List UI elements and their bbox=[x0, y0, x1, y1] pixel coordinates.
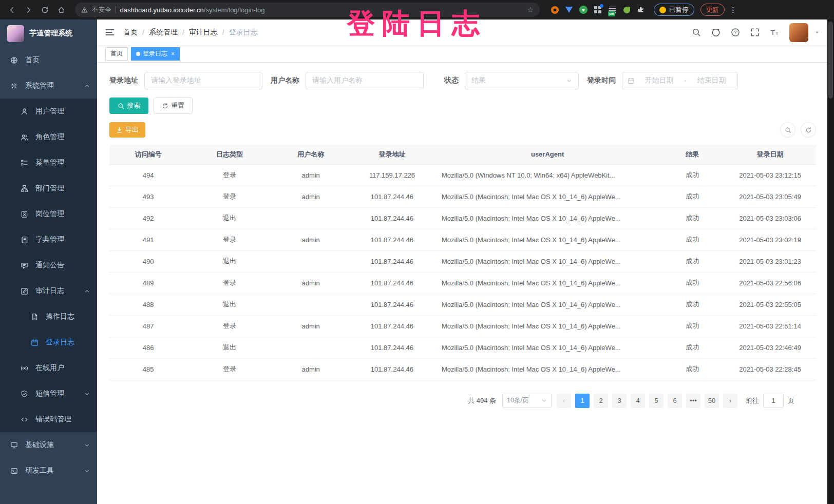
date-range-picker[interactable]: 开始日期 - 结束日期 bbox=[622, 72, 738, 89]
audit-icon bbox=[21, 287, 28, 295]
cell-type: 退出 bbox=[187, 250, 272, 272]
sidebar-item-tools[interactable]: 研发工具 bbox=[0, 458, 97, 483]
extension-diamond-icon[interactable] bbox=[564, 5, 574, 14]
table-row[interactable]: 485登录admin101.87.244.46Mozilla/5.0 (Maci… bbox=[109, 358, 816, 380]
help-icon[interactable]: ? bbox=[731, 28, 740, 37]
paused-extension-pill[interactable]: 已暂停 bbox=[654, 4, 694, 16]
fullscreen-icon[interactable] bbox=[750, 28, 760, 37]
url-text[interactable]: dashboard.yudao.iocoder.cn/system/log/lo… bbox=[120, 6, 265, 14]
page-button-5[interactable]: 5 bbox=[649, 394, 664, 408]
security-label[interactable]: 不安全 bbox=[92, 6, 111, 14]
sidebar-item-announce[interactable]: 通知公告 bbox=[0, 253, 97, 278]
cell-id: 489 bbox=[109, 272, 187, 294]
page-button-50[interactable]: 50 bbox=[705, 394, 719, 408]
refresh-table-button[interactable] bbox=[801, 122, 816, 138]
cell-ip: 101.87.244.46 bbox=[350, 294, 434, 315]
reset-button[interactable]: 重置 bbox=[154, 98, 193, 114]
sidebar-item-online[interactable]: 在线用户 bbox=[0, 355, 97, 381]
page-button-1[interactable]: 1 bbox=[575, 394, 590, 408]
page-button-6[interactable]: 6 bbox=[668, 394, 682, 408]
extension-puzzle-icon[interactable] bbox=[636, 5, 646, 14]
sidebar-item-label: 基础设施 bbox=[25, 440, 54, 450]
scrollbar-thumb[interactable] bbox=[828, 22, 833, 99]
sidebar-item-infra[interactable]: 基础设施 bbox=[0, 432, 97, 458]
tab-close-icon[interactable]: × bbox=[171, 50, 175, 57]
sidebar-item-menu[interactable]: 菜单管理 bbox=[0, 150, 97, 176]
breadcrumb-item[interactable]: 系统管理 bbox=[149, 28, 178, 37]
cell-result: 成功 bbox=[660, 186, 724, 207]
breadcrumb-item[interactable]: 首页 bbox=[123, 28, 138, 37]
avatar-caret-icon[interactable] bbox=[814, 30, 820, 35]
extension-leaf-icon[interactable] bbox=[622, 5, 631, 14]
next-page-button[interactable]: › bbox=[723, 394, 737, 408]
app-logo[interactable]: 芋道管理系统 bbox=[0, 20, 97, 47]
page-button-4[interactable]: 4 bbox=[631, 394, 645, 408]
table-row[interactable]: 491登录admin101.87.244.46Mozilla/5.0 (Maci… bbox=[109, 229, 816, 250]
table-row[interactable]: 494登录admin117.159.17.226Mozilla/5.0 (Win… bbox=[109, 164, 816, 186]
sidebar-item-badge[interactable]: 岗位管理 bbox=[0, 201, 97, 227]
breadcrumb-item[interactable]: 审计日志 bbox=[189, 28, 218, 37]
extension-green-circle-icon[interactable]: ♥ bbox=[579, 5, 588, 14]
goto-page-input[interactable]: 1 bbox=[763, 394, 784, 408]
sidebar-item-users[interactable]: 角色管理 bbox=[0, 124, 97, 150]
status-select[interactable]: 结果 bbox=[465, 72, 579, 89]
sidebar-item-dashboard[interactable]: 首页 bbox=[0, 47, 97, 73]
sidebar-item-user[interactable]: 用户管理 bbox=[0, 99, 97, 124]
page-button-2[interactable]: 2 bbox=[594, 394, 608, 408]
sidebar-item-label: 错误码管理 bbox=[35, 415, 71, 424]
table-row[interactable]: 487登录admin101.87.244.46Mozilla/5.0 (Maci… bbox=[109, 315, 816, 337]
cell-id: 493 bbox=[109, 186, 187, 207]
extension-orange-icon[interactable] bbox=[550, 5, 559, 14]
sidebar-item-gear[interactable]: 系统管理 bbox=[0, 73, 97, 99]
sidebar-item-sms[interactable]: 短信管理 bbox=[0, 381, 97, 406]
cell-ua: Mozilla/5.0 (Macintosh; Intel Mac OS X 1… bbox=[434, 294, 660, 315]
sidebar-item-calendar[interactable]: 登录日志 bbox=[0, 329, 97, 355]
search-icon[interactable] bbox=[692, 28, 701, 37]
end-date-placeholder[interactable]: 结束日期 bbox=[691, 76, 732, 85]
user-avatar[interactable] bbox=[789, 23, 808, 42]
tab-home[interactable]: 首页 bbox=[105, 47, 128, 61]
font-size-icon[interactable]: TT bbox=[770, 28, 779, 37]
cell-ip: 117.159.17.226 bbox=[350, 164, 434, 186]
table-row[interactable]: 486退出101.87.244.46Mozilla/5.0 (Macintosh… bbox=[109, 337, 816, 358]
back-icon bbox=[8, 6, 16, 14]
browser-menu-icon[interactable]: ⋮ bbox=[730, 6, 737, 14]
extension-grid-icon[interactable] bbox=[593, 5, 602, 14]
page-size-select[interactable]: 10条/页 bbox=[502, 394, 552, 408]
tab-login-log[interactable]: 登录日志× bbox=[131, 47, 180, 61]
table-row[interactable]: 488退出101.87.244.46Mozilla/5.0 (Macintosh… bbox=[109, 294, 816, 315]
browser-back-button[interactable] bbox=[5, 3, 18, 16]
hamburger-icon[interactable] bbox=[105, 27, 115, 37]
prev-page-button[interactable]: ‹ bbox=[557, 394, 571, 408]
insecure-warning-icon bbox=[81, 7, 88, 13]
sidebar-item-code[interactable]: 错误码管理 bbox=[0, 406, 97, 432]
sidebar-item-doc[interactable]: 操作日志 bbox=[0, 304, 97, 329]
export-button[interactable]: 导出 bbox=[109, 122, 145, 138]
table-row[interactable]: 490退出101.87.244.46Mozilla/5.0 (Macintosh… bbox=[109, 250, 816, 272]
cell-user: admin bbox=[272, 186, 349, 207]
page-scrollbar[interactable] bbox=[827, 20, 834, 504]
bookmark-star-icon[interactable]: ☆ bbox=[527, 6, 534, 14]
username-input[interactable]: 请输入用户名称 bbox=[306, 72, 424, 89]
table-row[interactable]: 489登录admin101.87.244.46Mozilla/5.0 (Maci… bbox=[109, 272, 816, 294]
search-button[interactable]: 搜索 bbox=[109, 98, 148, 114]
tags-view: 首页 登录日志× bbox=[97, 45, 827, 63]
sidebar-item-audit[interactable]: 审计日志 bbox=[0, 278, 97, 304]
page-button-3[interactable]: 3 bbox=[612, 394, 627, 408]
update-browser-pill[interactable]: 更新 bbox=[700, 4, 725, 16]
cell-id: 490 bbox=[109, 250, 187, 272]
sidebar-item-tree[interactable]: 部门管理 bbox=[0, 176, 97, 201]
toggle-search-button[interactable] bbox=[780, 122, 795, 138]
ip-input[interactable]: 请输入登录地址 bbox=[144, 72, 262, 89]
table-row[interactable]: 493登录admin101.87.244.46Mozilla/5.0 (Maci… bbox=[109, 186, 816, 207]
github-icon[interactable] bbox=[711, 28, 721, 37]
pager-ellipsis[interactable]: ••• bbox=[686, 394, 700, 408]
browser-reload-button[interactable] bbox=[38, 3, 51, 16]
table-row[interactable]: 492退出101.87.244.46Mozilla/5.0 (Macintosh… bbox=[109, 207, 816, 229]
start-date-placeholder[interactable]: 开始日期 bbox=[638, 76, 680, 85]
browser-home-button[interactable] bbox=[54, 3, 68, 16]
cell-ip: 101.87.244.46 bbox=[350, 337, 434, 358]
extension-list-icon[interactable]: on bbox=[608, 5, 617, 14]
sidebar-item-book[interactable]: 字典管理 bbox=[0, 227, 97, 253]
browser-forward-button[interactable] bbox=[22, 3, 35, 16]
